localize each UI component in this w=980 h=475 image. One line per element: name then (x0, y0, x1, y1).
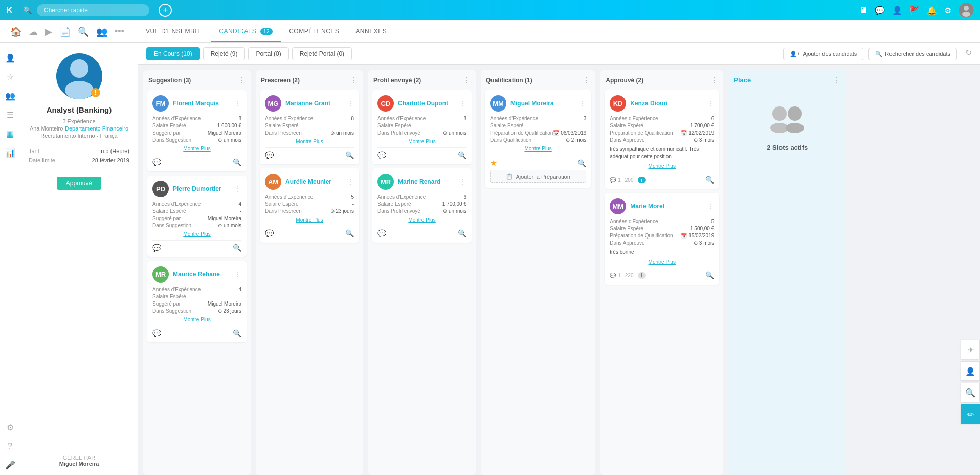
kenza-search-icon[interactable]: 🔍 (705, 176, 714, 184)
card-maurice-name[interactable]: Maurice Rehane (173, 271, 234, 278)
kanban-icon[interactable]: ▦ (6, 129, 14, 139)
col-qualification-menu[interactable]: ⋮ (582, 75, 590, 85)
pierre-show-more[interactable]: Montre Plus (152, 231, 241, 237)
card-marine-name[interactable]: Marine Renard (398, 178, 459, 185)
marine-comment-icon[interactable]: 💬 (377, 229, 386, 238)
maurice-comment-icon[interactable]: 💬 (152, 329, 161, 337)
card-aurelie-name[interactable]: Aurélie Meunier (285, 178, 347, 185)
card-florent-name[interactable]: Florent Marquis (173, 100, 234, 107)
refresh-icon[interactable]: ↻ (965, 48, 972, 60)
add-candidats-button[interactable]: 👤+ Ajouter des candidats (783, 48, 863, 60)
users-icon[interactable]: 👥 (94, 24, 109, 39)
help-icon[interactable]: ? (8, 442, 12, 451)
card-charlotte-menu[interactable]: ⋮ (459, 99, 466, 107)
card-maurice-menu[interactable]: ⋮ (234, 270, 241, 278)
play-icon[interactable]: ▶ (43, 24, 54, 39)
card-marianne-menu[interactable]: ⋮ (347, 99, 354, 107)
add-prep-button[interactable]: 📋 Ajouter la Préparation (490, 170, 586, 183)
card-charlotte-name[interactable]: Charlotte Dupont (398, 100, 459, 107)
card-marine-menu[interactable]: ⋮ (459, 178, 466, 186)
doc-icon[interactable]: 📄 (57, 24, 73, 39)
aurelie-show-more[interactable]: Montre Plus (265, 217, 354, 223)
marie-show-more[interactable]: Montre Plus (610, 259, 714, 265)
people-icon[interactable]: 👥 (5, 91, 15, 101)
job-dept-link[interactable]: Departamento Financeiro (65, 125, 128, 132)
card-marie-name[interactable]: Marie Morel (630, 203, 707, 210)
tab-annexes[interactable]: ANNEXES (347, 21, 395, 42)
gear-icon[interactable]: ⚙ (944, 6, 951, 15)
card-marie-menu[interactable]: ⋮ (707, 202, 714, 210)
rf-send-button[interactable]: ✈ (961, 340, 980, 359)
marie-search-icon[interactable]: 🔍 (705, 271, 714, 279)
rf-edit-button[interactable]: ✏ (961, 404, 980, 424)
rf-search-button[interactable]: 🔍 (961, 383, 980, 402)
charlotte-search-icon[interactable]: 🔍 (458, 151, 466, 159)
add-button[interactable]: + (159, 4, 172, 17)
card-kenza-menu[interactable]: ⋮ (707, 99, 714, 107)
col-profil-menu[interactable]: ⋮ (462, 75, 471, 85)
filter-en-cours[interactable]: En Cours (10) (146, 47, 200, 60)
chart-icon[interactable]: 📊 (5, 148, 15, 158)
aurelie-search-icon[interactable]: 🔍 (345, 229, 354, 238)
miguel-star-icon[interactable]: ★ (490, 158, 497, 168)
list-icon[interactable]: ☰ (7, 110, 14, 120)
marie-score: 220 (625, 273, 634, 278)
card-aurelie-menu[interactable]: ⋮ (347, 178, 354, 186)
florent-search-icon[interactable]: 🔍 (233, 158, 241, 166)
marianne-show-more[interactable]: Montre Plus (265, 139, 354, 144)
mic-icon[interactable]: 🎤 (5, 460, 15, 470)
miguel-show-more[interactable]: Montre Plus (490, 146, 586, 152)
search-nav-icon[interactable]: 🔍 (76, 24, 91, 39)
kenza-show-more[interactable]: Montre Plus (610, 163, 714, 169)
florent-show-more[interactable]: Montre Plus (152, 146, 241, 152)
col-suggestion-menu[interactable]: ⋮ (237, 75, 246, 85)
chat-icon[interactable]: 💬 (875, 6, 885, 15)
filter-rejete[interactable]: Rejeté (9) (203, 47, 246, 60)
filter-rejete-portal[interactable]: Rejeté Portal (0) (292, 47, 352, 60)
miguel-search-icon[interactable]: 🔍 (577, 159, 586, 167)
flag-icon[interactable]: 🚩 (909, 6, 920, 15)
col-prescreen-menu[interactable]: ⋮ (350, 75, 358, 85)
kenza-comment-icon[interactable]: 💬 (610, 177, 616, 183)
marine-search-icon[interactable]: 🔍 (458, 229, 466, 238)
user-plus-icon[interactable]: 👤 (892, 6, 902, 15)
maurice-search-icon[interactable]: 🔍 (233, 329, 241, 337)
marine-show-more[interactable]: Montre Plus (377, 217, 466, 223)
card-florent-menu[interactable]: ⋮ (234, 99, 241, 107)
tab-competences[interactable]: COMPÉTENCES (281, 21, 347, 42)
tab-vue-ensemble[interactable]: VUE D'ENSEMBLE (138, 21, 211, 42)
charlotte-comment-icon[interactable]: 💬 (377, 151, 386, 159)
search-candidats-button[interactable]: 🔍 Rechercher des candidats (868, 48, 957, 60)
card-pierre-name[interactable]: Pierre Dumortier (173, 185, 234, 192)
home-icon[interactable]: 🏠 (8, 24, 24, 39)
marianne-search-icon[interactable]: 🔍 (345, 151, 354, 159)
pierre-comment-icon[interactable]: 💬 (152, 244, 161, 252)
user-avatar[interactable] (959, 3, 974, 18)
settings-icon[interactable]: ⚙ (7, 423, 14, 433)
user-icon[interactable]: 👤 (5, 53, 15, 63)
star-icon[interactable]: ☆ (7, 72, 14, 82)
marianne-comment-icon[interactable]: 💬 (265, 151, 274, 159)
rf-person-button[interactable]: 👤 (961, 361, 980, 381)
filter-portal[interactable]: Portal (0) (248, 47, 288, 60)
card-miguel-menu[interactable]: ⋮ (579, 99, 586, 107)
charlotte-show-more[interactable]: Montre Plus (377, 139, 466, 144)
card-pierre-menu[interactable]: ⋮ (234, 185, 241, 193)
marie-comment-icon[interactable]: 💬 (610, 273, 616, 278)
tab-candidats[interactable]: CANDIDATS 12 (211, 21, 281, 42)
card-kenza-name[interactable]: Kenza Diouri (630, 100, 707, 107)
bell-icon[interactable]: 🔔 (927, 6, 937, 15)
screen-icon[interactable]: 🖥 (859, 6, 867, 15)
col-place-menu[interactable]: ⋮ (833, 75, 841, 85)
card-marianne-name[interactable]: Marianne Grant (285, 100, 347, 107)
col-approuve-menu[interactable]: ⋮ (710, 75, 718, 85)
cloud-icon[interactable]: ☁ (27, 24, 40, 39)
card-miguel-name[interactable]: Miguel Moreira (510, 100, 579, 107)
aurelie-comment-icon[interactable]: 💬 (265, 229, 274, 238)
florent-comment-icon[interactable]: 💬 (152, 158, 161, 166)
search-input[interactable] (37, 4, 149, 16)
pierre-search-icon[interactable]: 🔍 (233, 244, 241, 252)
maurice-show-more[interactable]: Montre Plus (152, 317, 241, 322)
status-button[interactable]: Approuvé (57, 177, 101, 190)
more-icon[interactable]: ••• (113, 24, 126, 39)
